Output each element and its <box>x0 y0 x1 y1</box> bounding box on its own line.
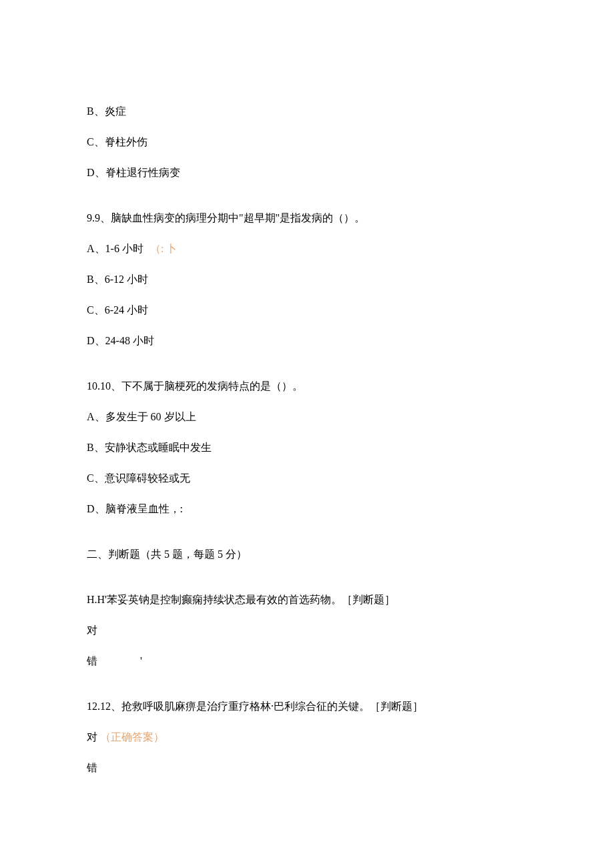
q10-stem: 10.10、下不属于脑梗死的发病特点的是（）。 <box>87 378 527 394</box>
q9-option-c: C、6-24 小时 <box>87 302 527 318</box>
q9-option-a: A、1-6 小时 （: 卜 <box>87 241 527 257</box>
q8-option-b: B、炎症 <box>87 103 527 119</box>
q12-stem: 12.12、抢救呼吸肌麻痹是治疗重疗格林·巴利综合征的关键。［判断题］ <box>87 699 527 715</box>
q11-stem: H.H'苯妥英钠是控制癫痫持续状态最有效的首选药物。［判断题］ <box>87 592 527 608</box>
q10-option-b: B、安静状态或睡眠中发生 <box>87 440 527 456</box>
q12-option-false: 错 <box>87 760 527 776</box>
q10-option-a: A、多发生于 60 岁以上 <box>87 409 527 425</box>
q9-option-a-mark: （: 卜 <box>150 243 177 254</box>
q12-correct-answer-mark: （正确答案） <box>100 731 164 743</box>
q10-option-c: C、意识障碍较轻或无 <box>87 470 527 486</box>
q8-option-c: C、脊柱外伤 <box>87 134 527 150</box>
q12-option-true: 对 （正确答案） <box>87 729 527 745</box>
q9-option-d: D、24-48 小时 <box>87 333 527 349</box>
q11-option-false: 错 ' <box>87 653 527 669</box>
q9-option-b: B、6-12 小时 <box>87 272 527 288</box>
q11-option-false-text: 错 <box>87 655 97 667</box>
section2-header: 二、判断题（共 5 题，每题 5 分） <box>87 546 527 562</box>
q11-option-true: 对 <box>87 622 527 638</box>
q9-option-a-text: A、1-6 小时 <box>87 243 143 254</box>
q12-option-true-text: 对 <box>87 731 97 743</box>
q11-option-false-mark: ' <box>140 655 142 667</box>
q8-option-d: D、脊柱退行性病变 <box>87 165 527 181</box>
q10-option-d: D、脑脊液呈血性，: <box>87 501 527 517</box>
q9-stem: 9.9、脑缺血性病变的病理分期中"超早期"是指发病的（）。 <box>87 210 527 226</box>
